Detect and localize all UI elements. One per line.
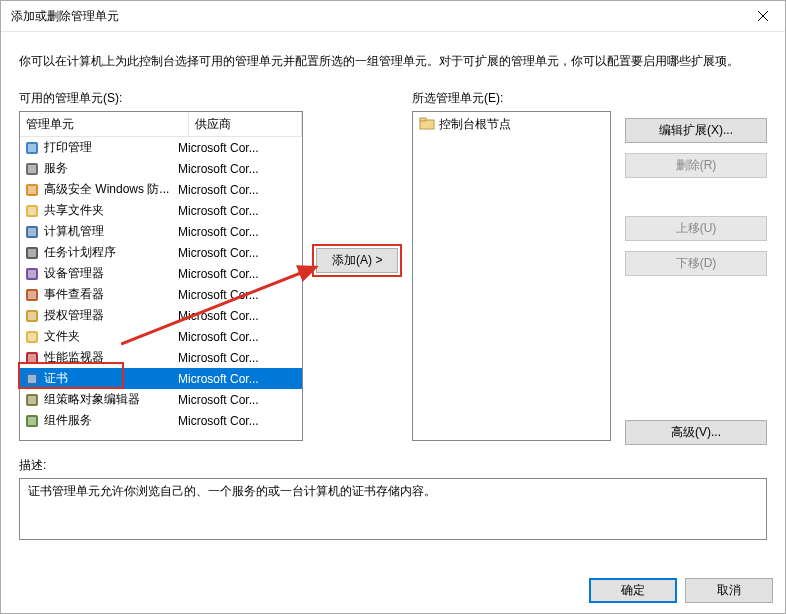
tree-root-label: 控制台根节点 [439, 116, 511, 133]
row-name: 事件查看器 [44, 286, 178, 303]
svg-rect-27 [28, 396, 36, 404]
row-vendor: Microsoft Cor... [178, 162, 298, 176]
dialog-window: 添加或删除管理单元 你可以在计算机上为此控制台选择可用的管理单元并配置所选的一组… [0, 0, 786, 614]
event-icon [24, 287, 40, 303]
list-row[interactable]: 文件夹Microsoft Cor... [20, 326, 302, 347]
middle-column: 添加(A) > [303, 90, 412, 430]
svg-rect-9 [28, 207, 36, 215]
row-name: 共享文件夹 [44, 202, 178, 219]
list-row[interactable]: 服务Microsoft Cor... [20, 158, 302, 179]
row-vendor: Microsoft Cor... [178, 330, 298, 344]
row-vendor: Microsoft Cor... [178, 414, 298, 428]
add-button[interactable]: 添加(A) > [316, 248, 398, 273]
remove-button[interactable]: 删除(R) [625, 153, 767, 178]
svg-rect-23 [28, 354, 36, 362]
list-row[interactable]: 计算机管理Microsoft Cor... [20, 221, 302, 242]
row-name: 服务 [44, 160, 178, 177]
advanced-button[interactable]: 高级(V)... [625, 420, 767, 445]
row-vendor: Microsoft Cor... [178, 246, 298, 260]
svg-rect-31 [420, 118, 426, 121]
list-row[interactable]: 授权管理器Microsoft Cor... [20, 305, 302, 326]
svg-rect-17 [28, 291, 36, 299]
list-row[interactable]: 事件查看器Microsoft Cor... [20, 284, 302, 305]
svg-rect-3 [28, 144, 36, 152]
selected-listbox[interactable]: 控制台根节点 [412, 111, 611, 441]
close-button[interactable] [740, 1, 785, 31]
auth-icon [24, 308, 40, 324]
list-row[interactable]: 任务计划程序Microsoft Cor... [20, 242, 302, 263]
folder-icon [24, 329, 40, 345]
edit-extensions-button[interactable]: 编辑扩展(X)... [625, 118, 767, 143]
computer-icon [24, 224, 40, 240]
close-icon [758, 11, 768, 21]
selected-label: 所选管理单元(E): [412, 90, 611, 107]
description-text: 证书管理单元允许你浏览自己的、一个服务的或一台计算机的证书存储内容。 [28, 484, 436, 498]
list-row[interactable]: 共享文件夹Microsoft Cor... [20, 200, 302, 221]
component-icon [24, 413, 40, 429]
dialog-body: 你可以在计算机上为此控制台选择可用的管理单元并配置所选的一组管理单元。对于可扩展… [1, 32, 785, 540]
row-name: 文件夹 [44, 328, 178, 345]
row-vendor: Microsoft Cor... [178, 309, 298, 323]
list-row[interactable]: 打印管理Microsoft Cor... [20, 137, 302, 158]
row-name: 设备管理器 [44, 265, 178, 282]
svg-rect-15 [28, 270, 36, 278]
row-vendor: Microsoft Cor... [178, 183, 298, 197]
row-vendor: Microsoft Cor... [178, 351, 298, 365]
row-vendor: Microsoft Cor... [178, 225, 298, 239]
list-header: 管理单元 供应商 [20, 112, 302, 137]
row-vendor: Microsoft Cor... [178, 393, 298, 407]
header-vendor[interactable]: 供应商 [189, 112, 302, 136]
move-up-button[interactable]: 上移(U) [625, 216, 767, 241]
shared-folder-icon [24, 203, 40, 219]
dialog-title: 添加或删除管理单元 [11, 8, 119, 25]
cancel-button[interactable]: 取消 [685, 578, 773, 603]
svg-rect-7 [28, 186, 36, 194]
row-name: 高级安全 Windows 防... [44, 181, 178, 198]
description-section: 描述: 证书管理单元允许你浏览自己的、一个服务的或一台计算机的证书存储内容。 [19, 457, 767, 540]
row-vendor: Microsoft Cor... [178, 141, 298, 155]
list-row[interactable]: 高级安全 Windows 防...Microsoft Cor... [20, 179, 302, 200]
list-row[interactable]: 组件服务Microsoft Cor... [20, 410, 302, 431]
move-down-button[interactable]: 下移(D) [625, 251, 767, 276]
main-columns: 可用的管理单元(S): 管理单元 供应商 打印管理Microsoft Cor..… [19, 90, 767, 445]
svg-rect-5 [28, 165, 36, 173]
available-column: 可用的管理单元(S): 管理单元 供应商 打印管理Microsoft Cor..… [19, 90, 303, 441]
row-vendor: Microsoft Cor... [178, 204, 298, 218]
ok-button[interactable]: 确定 [589, 578, 677, 603]
gears-icon [24, 161, 40, 177]
row-vendor: Microsoft Cor... [178, 267, 298, 281]
svg-rect-19 [28, 312, 36, 320]
list-row[interactable]: 设备管理器Microsoft Cor... [20, 263, 302, 284]
svg-rect-11 [28, 228, 36, 236]
titlebar: 添加或删除管理单元 [1, 1, 785, 32]
dialog-buttons: 确定 取消 [589, 578, 773, 603]
description-box: 证书管理单元允许你浏览自己的、一个服务的或一台计算机的证书存储内容。 [19, 478, 767, 540]
header-name[interactable]: 管理单元 [20, 112, 189, 136]
row-name: 打印管理 [44, 139, 178, 156]
description-label: 描述: [19, 457, 767, 474]
row-name: 计算机管理 [44, 223, 178, 240]
row-name: 组件服务 [44, 412, 178, 429]
side-buttons-column: 编辑扩展(X)... 删除(R) 上移(U) 下移(D) 高级(V)... [611, 90, 767, 445]
svg-rect-13 [28, 249, 36, 257]
clock-icon [24, 245, 40, 261]
available-list-body[interactable]: 打印管理Microsoft Cor...服务Microsoft Cor...高级… [20, 137, 302, 440]
gpo-icon [24, 392, 40, 408]
selected-column: 所选管理单元(E): 控制台根节点 [412, 90, 611, 441]
row-vendor: Microsoft Cor... [178, 288, 298, 302]
available-listbox[interactable]: 管理单元 供应商 打印管理Microsoft Cor...服务Microsoft… [19, 111, 303, 441]
folder-icon [419, 116, 435, 132]
available-label: 可用的管理单元(S): [19, 90, 303, 107]
firewall-icon [24, 182, 40, 198]
list-row[interactable]: 组策略对象编辑器Microsoft Cor... [20, 389, 302, 410]
svg-rect-29 [28, 417, 36, 425]
row-name: 授权管理器 [44, 307, 178, 324]
highlight-annotation [18, 362, 124, 389]
row-vendor: Microsoft Cor... [178, 372, 298, 386]
tree-root-row[interactable]: 控制台根节点 [415, 114, 608, 134]
device-icon [24, 266, 40, 282]
printer-icon [24, 140, 40, 156]
svg-rect-21 [28, 333, 36, 341]
row-name: 任务计划程序 [44, 244, 178, 261]
intro-text: 你可以在计算机上为此控制台选择可用的管理单元并配置所选的一组管理单元。对于可扩展… [19, 52, 767, 70]
